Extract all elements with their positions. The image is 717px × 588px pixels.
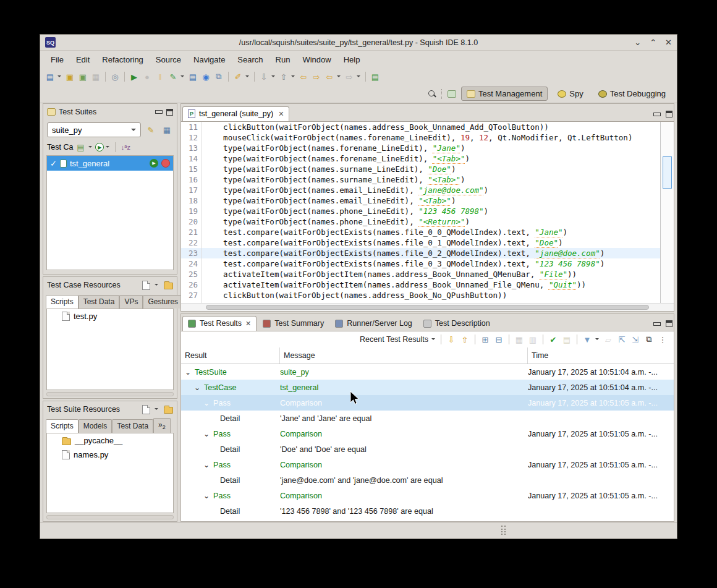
menu-help[interactable]: Help <box>338 53 366 66</box>
minimize-panel-icon[interactable] <box>653 113 661 116</box>
previous-annotation-button[interactable]: ⇧ <box>278 70 290 83</box>
result-row[interactable]: ⌄TestSuitesuite_pyJanuary 17, 2025 at 10… <box>181 364 674 380</box>
object-map-icon[interactable]: ▦ <box>161 124 173 136</box>
code-line-20[interactable]: 20 type(waitForObject(names.phone_LineEd… <box>181 216 660 227</box>
code-line-25[interactable]: 25 activateItem(waitForObjectItem(names.… <box>181 269 660 279</box>
marker-button[interactable]: ✐ <box>232 70 244 83</box>
result-row[interactable]: Detail'Doe' and 'Doe' are equal <box>181 441 674 457</box>
expander-icon[interactable]: ⌄ <box>202 461 211 469</box>
maximize-panel-icon[interactable] <box>166 109 173 116</box>
recent-test-results-dropdown[interactable]: Recent Test Results <box>360 335 428 344</box>
video-capture-button[interactable]: ▥ <box>527 333 539 346</box>
result-row[interactable]: ⌄PassComparisonJanuary 17, 2025 at 10:51… <box>181 457 674 472</box>
tab-scripts[interactable]: Scripts <box>46 295 78 309</box>
windows-button[interactable]: ⧉ <box>213 70 225 83</box>
code-line-22[interactable]: 22 test.compare(waitForObjectExists(name… <box>181 237 660 248</box>
code-line-19[interactable]: 19 type(waitForObject(names.phone_LineEd… <box>181 206 660 216</box>
chevron-down-icon[interactable] <box>106 146 109 150</box>
result-row[interactable]: Detail'Jane' and 'Jane' are equal <box>181 411 674 426</box>
code-line-23[interactable]: 23 test.compare(waitForObjectExists(name… <box>181 248 660 258</box>
new-folder-icon[interactable] <box>164 283 173 289</box>
maximize-button[interactable]: ⌃ <box>650 37 656 48</box>
tab-models[interactable]: Models <box>78 419 112 433</box>
perspective-spy[interactable]: Spy <box>553 87 588 100</box>
code-line-26[interactable]: 26 activateItem(waitForObjectItem(names.… <box>181 279 660 290</box>
open-perspective-icon[interactable] <box>448 90 456 98</box>
list-item[interactable]: names.py <box>47 448 173 462</box>
chevron-down-icon[interactable] <box>155 408 158 412</box>
maximize-panel-icon[interactable] <box>666 111 672 117</box>
horizontal-scrollbar[interactable] <box>181 303 674 311</box>
stop-icon[interactable] <box>161 159 170 168</box>
chevron-down-icon[interactable] <box>271 75 275 79</box>
code-line-13[interactable]: 13 type(waitForObject(names.forename_Lin… <box>181 143 660 153</box>
save-button[interactable]: ▦ <box>90 70 102 83</box>
chevron-down-icon[interactable] <box>155 284 158 288</box>
search-icon[interactable] <box>428 90 436 98</box>
tab-gestures[interactable]: Gestures <box>143 295 183 309</box>
code-line-14[interactable]: 14 type(waitForObject(names.forename_Lin… <box>181 153 660 164</box>
new-test-suite-button[interactable]: ▣ <box>64 70 76 83</box>
forward-button[interactable]: ⇨ <box>310 70 323 83</box>
run-suite-button[interactable]: ▶ <box>95 143 104 151</box>
code-line-24[interactable]: 24 test.compare(waitForObjectExists(name… <box>181 258 660 269</box>
forward-history-button[interactable]: ⇨ <box>343 70 355 83</box>
expander-icon[interactable]: ⌄ <box>193 383 202 392</box>
filter-button[interactable]: ▼ <box>581 333 593 346</box>
check-icon[interactable]: ✓ <box>50 159 57 168</box>
pause-button[interactable]: ‖ <box>154 70 166 83</box>
chevron-down-icon[interactable] <box>291 75 295 79</box>
tab-test-data[interactable]: Test Data <box>78 295 120 309</box>
test-case-row[interactable]: ✓ tst_general ▶ <box>47 156 173 171</box>
run-test-button[interactable]: ▶ <box>128 70 140 83</box>
chevron-down-icon[interactable] <box>431 338 435 342</box>
suite-select[interactable]: suite_py <box>47 122 141 137</box>
result-row[interactable]: Detail'jane@doe.com' and 'jane@doe.com' … <box>181 472 674 488</box>
suite-settings-icon[interactable]: ✎ <box>145 124 157 136</box>
minimize-button[interactable]: ⌄ <box>634 37 641 48</box>
result-row[interactable]: ⌄PassComparisonJanuary 17, 2025 at 10:51… <box>181 488 674 503</box>
expander-icon[interactable]: ⌄ <box>202 430 211 438</box>
add-report-button[interactable]: ▤ <box>187 70 199 83</box>
chevron-down-icon[interactable] <box>245 75 249 79</box>
chevron-down-icon[interactable] <box>595 338 599 342</box>
code-line-17[interactable]: 17 type(waitForObject(names.email_LineEd… <box>181 185 660 195</box>
code-line-11[interactable]: 11 clickButton(waitForObject(names.addre… <box>181 122 660 132</box>
horizontal-scrollbar[interactable] <box>46 515 174 519</box>
new-file-icon[interactable] <box>142 405 150 414</box>
next-failure-button[interactable]: ⇩ <box>445 333 457 346</box>
object-spy-button[interactable]: ◎ <box>109 70 121 83</box>
menu-run[interactable]: Run <box>270 53 296 66</box>
expand-all-button[interactable]: ⊞ <box>479 333 491 346</box>
chevron-down-icon[interactable] <box>180 75 184 79</box>
code-line-16[interactable]: 16 type(waitForObject(names.surname_Line… <box>181 174 660 185</box>
title-bar[interactable]: SQ /usr/local/squish/suites/suite_py/tst… <box>40 35 677 51</box>
list-item[interactable]: test.py <box>47 309 173 323</box>
menu-source[interactable]: Source <box>150 53 187 66</box>
clear-results-button[interactable]: ▱ <box>602 333 614 346</box>
result-row[interactable]: ⌄TestCasetst_generalJanuary 17, 2025 at … <box>181 380 674 395</box>
quick-edit-button[interactable]: ✎ <box>167 70 179 83</box>
verification-point-button[interactable]: ✔ <box>547 333 559 346</box>
menu-edit[interactable]: Edit <box>70 53 95 66</box>
screenshots-button[interactable]: ▦ <box>513 333 525 346</box>
column-time[interactable]: Time <box>528 347 674 364</box>
export-results-button[interactable]: ⇱ <box>616 333 628 346</box>
more-options-button[interactable]: ⋮ <box>656 333 669 346</box>
code-editor[interactable]: 11 clickButton(waitForObject(names.addre… <box>181 122 660 303</box>
pin-editor-button[interactable]: ▤ <box>369 70 381 83</box>
new-folder-icon[interactable] <box>164 407 173 414</box>
code-line-15[interactable]: 15 type(waitForObject(names.surname_Line… <box>181 164 660 174</box>
tab-test-summary[interactable]: Test Summary <box>258 317 329 331</box>
code-line-12[interactable]: 12 mouseClick(waitForObject(names.forena… <box>181 132 660 143</box>
result-row[interactable]: ⌄PassComparisonJanuary 17, 2025 at 10:51… <box>181 395 674 411</box>
code-line-18[interactable]: 18 type(waitForObject(names.email_LineEd… <box>181 195 660 206</box>
report-button[interactable]: ▤ <box>561 333 573 346</box>
collapse-all-button[interactable]: ⊟ <box>493 333 505 346</box>
sort-az-icon[interactable]: ↓ᵃz <box>119 141 132 153</box>
close-icon[interactable]: ✕ <box>278 110 284 118</box>
scrollbar-thumb[interactable] <box>206 305 649 310</box>
close-icon[interactable]: ✕ <box>245 320 251 328</box>
code-line-27[interactable]: 27 clickButton(waitForObject(names.addre… <box>181 290 660 300</box>
result-row[interactable]: Detail'123 456 7898' and '123 456 7898' … <box>181 503 674 519</box>
